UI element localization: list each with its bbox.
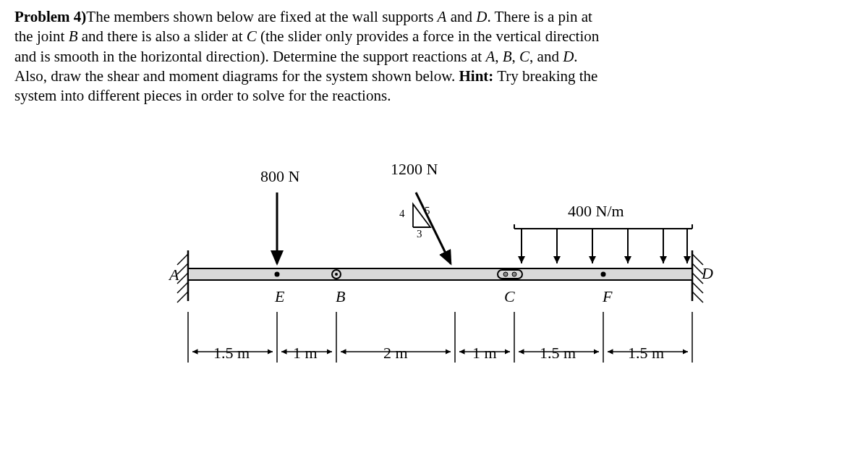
triangle-rise: 4: [399, 207, 405, 221]
dimensions: [188, 312, 692, 363]
problem-statement: Problem 4)The members shown below are fi…: [14, 7, 854, 106]
text: and there is also a slider at: [78, 27, 247, 45]
label-400Nm: 400 N/m: [568, 201, 624, 222]
dim-2: 1 m: [293, 343, 318, 364]
label-1200N: 1200 N: [391, 159, 438, 180]
dot-F: [601, 272, 606, 277]
text: and is smooth in the horizontal directio…: [14, 48, 485, 65]
label-D: D: [702, 263, 713, 284]
label-E: E: [275, 287, 284, 308]
point-B2: B: [503, 48, 512, 65]
hint-label: Hint:: [459, 67, 494, 85]
text: Try breaking the: [493, 67, 597, 85]
dim-6: 1.5 m: [628, 343, 664, 364]
point-D2: D: [563, 48, 574, 65]
text: Also, draw the shear and moment diagrams…: [14, 67, 459, 85]
dot-E: [275, 272, 280, 277]
text: (the slider only provides a force in the…: [257, 27, 600, 45]
svg-point-18: [503, 272, 508, 276]
svg-rect-17: [498, 270, 522, 279]
label-F: F: [603, 287, 612, 308]
text: system into different pieces in order to…: [14, 87, 391, 104]
point-C: C: [247, 27, 257, 45]
svg-point-16: [335, 273, 338, 276]
point-D: D: [476, 8, 487, 25]
label-800N: 800 N: [260, 166, 299, 187]
point-C2: C: [519, 48, 529, 65]
problem-number: Problem 4): [14, 8, 86, 25]
point-A2: A: [485, 48, 495, 65]
label-B: B: [336, 287, 345, 308]
point-A: A: [438, 8, 447, 25]
distributed-load: [514, 224, 692, 263]
label-A: A: [169, 265, 179, 286]
slider-C: [498, 270, 522, 279]
point-B: B: [69, 27, 78, 45]
svg-line-14: [692, 292, 703, 302]
label-C: C: [504, 287, 515, 308]
svg-line-8: [177, 292, 188, 302]
triangle-hyp: 5: [425, 204, 430, 219]
triangle-run: 3: [417, 227, 422, 242]
dim-3: 2 m: [383, 343, 408, 364]
dim-5: 1.5 m: [540, 343, 576, 364]
text: . There is a pin at: [487, 8, 592, 25]
text: the joint: [14, 27, 69, 45]
text: ,: [512, 48, 520, 65]
pin-B: [332, 270, 341, 279]
text: ,: [495, 48, 503, 65]
svg-point-19: [512, 272, 516, 276]
text: The members shown below are fixed at the…: [86, 8, 437, 25]
svg-line-4: [177, 254, 188, 265]
beam: [188, 268, 692, 280]
beam-figure: 800 N 1200 N 400 N/m 4 3 5 A D E B C F 1…: [174, 149, 738, 381]
text: and: [446, 8, 476, 25]
text: .: [574, 48, 577, 65]
dim-4: 1 m: [472, 343, 497, 364]
text: , and: [529, 48, 563, 65]
dim-1: 1.5 m: [213, 343, 250, 364]
